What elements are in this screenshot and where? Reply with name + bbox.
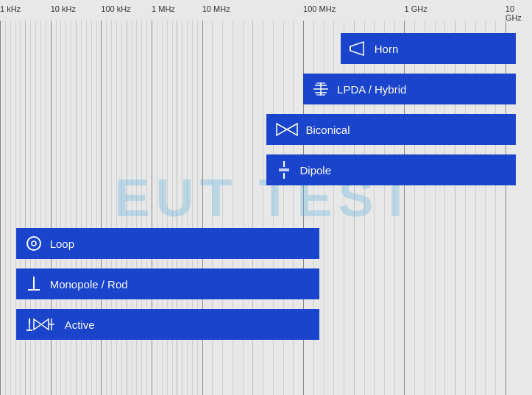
lpda-icon (311, 81, 331, 97)
svg-marker-22 (34, 319, 41, 330)
freq-label: 100 MHz (303, 4, 336, 13)
freq-label: 1 kHz (0, 4, 21, 13)
freq-label: 10 kHz (51, 4, 76, 13)
chart-container: 1 kHz10 kHz100 kHz1 MHz10 MHz100 MHz1 GH… (0, 0, 532, 395)
horn-icon (348, 40, 369, 57)
svg-point-15 (32, 241, 36, 246)
antenna-label: Loop (50, 238, 74, 250)
antenna-bar-lpda--hybrid[interactable]: LPDA / Hybrid (303, 74, 516, 104)
major-grid-line (0, 21, 1, 395)
antenna-label: Monopole / Rod (50, 278, 128, 291)
antenna-bar-biconical[interactable]: Biconical (266, 114, 517, 145)
monopole-icon (24, 274, 44, 294)
antenna-label: Horn (375, 43, 399, 55)
freq-label: 1 MHz (152, 4, 175, 13)
antenna-bar-loop[interactable]: Loop (16, 228, 319, 259)
antenna-bar-dipole[interactable]: Dipole (266, 154, 517, 185)
svg-marker-23 (41, 319, 49, 330)
svg-point-14 (27, 237, 40, 250)
freq-label: 10 MHz (202, 4, 230, 13)
minor-grid-line (10, 21, 11, 395)
antenna-bar-monopole--rod[interactable]: Monopole / Rod (16, 268, 319, 299)
svg-marker-0 (350, 42, 363, 55)
freq-label: 10 GHz (506, 4, 532, 22)
antenna-label: Biconical (306, 124, 350, 136)
freq-label: 100 kHz (101, 4, 130, 13)
antenna-bar-active[interactable]: Active (16, 309, 319, 340)
frequency-axis: 1 kHz10 kHz100 kHz1 MHz10 MHz100 MHz1 GH… (0, 0, 532, 21)
antenna-label: Active (65, 319, 95, 331)
antenna-label: LPDA / Hybrid (337, 83, 406, 96)
antenna-bar-horn[interactable]: Horn (341, 33, 517, 64)
minor-grid-line (5, 21, 6, 395)
antenna-label: Dipole (300, 164, 332, 177)
loop-icon (24, 235, 44, 252)
biconical-icon (274, 121, 300, 138)
svg-marker-9 (287, 124, 297, 135)
active-icon (24, 316, 59, 333)
dipole-icon (274, 160, 294, 180)
svg-marker-8 (277, 124, 287, 135)
freq-label: 1 GHz (404, 4, 427, 13)
